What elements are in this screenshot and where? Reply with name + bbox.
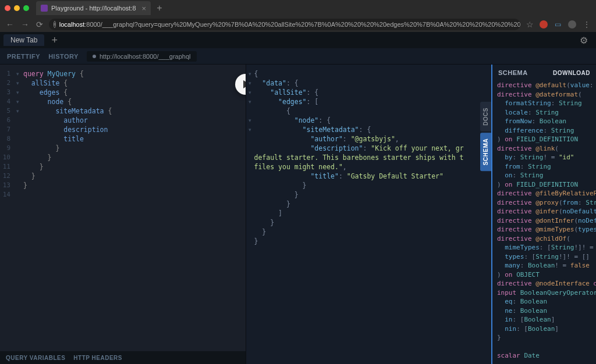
new-browser-tab-button[interactable]: + — [157, 3, 162, 13]
status-dot-icon — [93, 55, 96, 58]
app-tab-bar: New Tab + ⚙ — [0, 32, 596, 48]
side-tabs: DOCS SCHEMA — [480, 102, 491, 172]
fold-gutter[interactable]: ▾▾▾▾▾ — [14, 65, 21, 351]
schema-title: SCHEMA — [498, 69, 528, 76]
browser-tab-bar: Playground - http://localhost:8 × + — [0, 0, 596, 16]
traffic-lights — [5, 5, 29, 11]
reload-button[interactable]: ⟳ — [36, 20, 43, 29]
editor-column: 1234567891011121314 ▾▾▾▾▾ query MyQuery … — [0, 65, 246, 364]
schema-tab[interactable]: SCHEMA — [480, 133, 491, 171]
url-bar: ← → ⟳ i localhost:8000/___graphql?query=… — [0, 16, 596, 32]
query-editor[interactable]: 1234567891011121314 ▾▾▾▾▾ query MyQuery … — [0, 65, 246, 351]
close-tab-icon[interactable]: × — [142, 4, 147, 13]
bottom-tabs: QUERY VARIABLES HTTP HEADERS — [0, 351, 246, 364]
prettify-button[interactable]: PRETTIFY — [7, 53, 40, 60]
menu-icon[interactable]: ⋮ — [583, 20, 590, 28]
browser-tab-title: Playground - http://localhost:8 — [51, 5, 136, 12]
result-fold-gutter[interactable]: ▾▾▾▾ ▾▾ — [247, 69, 253, 134]
schema-code[interactable]: directive @default(value: JSON directive… — [492, 81, 596, 364]
back-button[interactable]: ← — [6, 20, 14, 29]
play-icon — [243, 80, 246, 88]
workspace: 1234567891011121314 ▾▾▾▾▾ query MyQuery … — [0, 65, 596, 364]
extension-icons: ▭ ⋮ — [540, 20, 590, 28]
add-app-tab-button[interactable]: + — [47, 34, 62, 47]
profile-icon[interactable] — [568, 20, 576, 28]
docs-tab[interactable]: DOCS — [480, 102, 491, 131]
query-variables-tab[interactable]: QUERY VARIABLES — [6, 355, 65, 361]
settings-icon[interactable]: ⚙ — [580, 35, 588, 46]
url-path: :8000/___graphql?query=query%20MyQuery%2… — [84, 21, 520, 28]
site-info-icon[interactable]: i — [54, 21, 56, 28]
schema-header: SCHEMA DOWNLOAD — [492, 65, 596, 81]
browser-tab[interactable]: Playground - http://localhost:8 × — [36, 1, 151, 15]
nav-arrows: ← → ⟳ — [6, 20, 43, 29]
bookmark-icon[interactable]: ☆ — [526, 20, 534, 29]
app-tab-new[interactable]: New Tab — [3, 34, 44, 46]
extension-icon[interactable] — [540, 20, 548, 28]
endpoint-url: http://localhost:8000/___graphql — [100, 53, 191, 60]
result-code[interactable]: { "data": { "allSite": { "edges": [ { "n… — [246, 65, 492, 246]
url-host: localhost — [59, 21, 84, 28]
cast-icon[interactable]: ▭ — [555, 20, 561, 28]
maximize-window-icon[interactable] — [23, 5, 29, 11]
toolbar: PRETTIFY HISTORY http://localhost:8000/_… — [0, 48, 596, 65]
schema-panel: SCHEMA DOWNLOAD directive @default(value… — [491, 65, 596, 364]
forward-button[interactable]: → — [21, 20, 29, 29]
endpoint-input[interactable]: http://localhost:8000/___graphql — [87, 51, 197, 62]
browser-chrome: Playground - http://localhost:8 × + ← → … — [0, 0, 596, 32]
history-button[interactable]: HISTORY — [48, 53, 79, 60]
result-panel: ▾▾▾▾ ▾▾ { "data": { "allSite": { "edges"… — [246, 65, 492, 364]
favicon-icon — [41, 5, 48, 12]
minimize-window-icon[interactable] — [14, 5, 20, 11]
query-code[interactable]: query MyQuery { allSite { edges { node {… — [21, 65, 246, 351]
line-gutter: 1234567891011121314 — [0, 65, 14, 351]
playground-app: New Tab + ⚙ PRETTIFY HISTORY http://loca… — [0, 32, 596, 364]
http-headers-tab[interactable]: HTTP HEADERS — [73, 355, 122, 361]
url-input[interactable]: i localhost:8000/___graphql?query=query%… — [49, 19, 520, 30]
close-window-icon[interactable] — [5, 5, 10, 11]
download-button[interactable]: DOWNLOAD — [553, 70, 590, 76]
